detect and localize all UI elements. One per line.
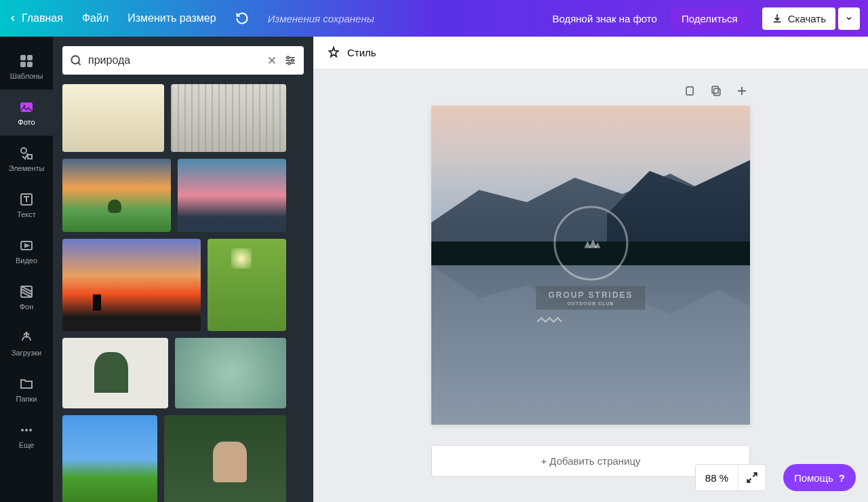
file-menu[interactable]: Файл [82,12,108,24]
video-icon [18,237,35,254]
home-label: Главная [22,12,63,24]
svg-point-23 [288,62,290,64]
svg-marker-9 [25,244,28,247]
watermark-title: GROUP STRIDES [548,290,633,300]
sidebar-item-more[interactable]: Еще [0,412,53,459]
search-icon [69,54,83,67]
photo-thumb[interactable] [208,239,286,331]
top-bar: Главная Файл Изменить размер Изменения с… [0,0,868,37]
svg-rect-26 [712,86,718,93]
svg-rect-25 [714,89,720,96]
sidebar-label: Шаблоны [10,72,43,80]
page-tools [431,83,750,99]
svg-point-12 [25,429,28,431]
svg-line-15 [78,62,80,64]
style-label[interactable]: Стиль [347,47,376,58]
svg-point-6 [21,148,26,153]
svg-rect-3 [27,62,33,67]
save-status: Изменения сохранены [268,13,374,24]
elements-icon [18,145,35,161]
svg-point-22 [292,59,294,61]
download-caret[interactable] [838,7,860,30]
folder-icon [18,376,35,392]
photo-results [53,84,313,502]
svg-point-21 [287,56,289,58]
sidebar-item-uploads[interactable]: Загрузки [0,320,53,366]
sidebar-label: Папки [16,395,37,403]
photo-thumb[interactable] [62,159,171,232]
download-icon [772,13,783,24]
help-label: Помощь [794,472,833,484]
svg-rect-2 [20,62,26,67]
templates-icon [18,53,35,69]
watermark-link[interactable]: Водяной знак на фото [552,13,657,24]
sidebar-item-text[interactable]: Текст [0,182,53,228]
sidebar-label: Еще [19,441,34,449]
photo-thumb[interactable] [62,84,164,152]
sidebar: Шаблоны Фото Элементы Текст Видео Фон За… [0,37,53,502]
photo-thumb[interactable] [62,415,157,502]
photo-thumb[interactable] [175,338,286,408]
zoom-value[interactable]: 88 % [696,465,738,490]
canvas-area: Стиль GROUP STRIDES [313,37,868,502]
svg-point-11 [21,429,24,431]
add-page-icon[interactable] [734,83,750,99]
sidebar-label: Видео [16,256,37,265]
home-link[interactable]: Главная [8,12,63,24]
download-button[interactable]: Скачать [762,7,835,30]
chevron-left-icon [8,14,18,23]
photo-thumb[interactable] [164,415,286,502]
photo-thumb[interactable] [62,338,168,408]
photo-thumb[interactable] [62,239,201,331]
download-label: Скачать [788,13,826,24]
upload-icon [18,330,35,346]
copy-page-icon[interactable] [708,83,724,99]
more-icon [18,422,35,438]
filter-icon[interactable] [283,54,297,67]
fullscreen-icon[interactable] [738,465,766,490]
sidebar-label: Фото [18,118,35,126]
clear-search-icon[interactable] [266,54,278,66]
sidebar-label: Текст [17,210,36,218]
photo-icon [18,99,35,115]
search-box [62,46,304,75]
sidebar-label: Загрузки [12,349,41,357]
svg-rect-0 [20,55,26,60]
duplicate-page-icon[interactable] [682,83,698,99]
resize-menu[interactable]: Изменить размер [127,12,216,24]
search-input[interactable] [88,54,260,66]
svg-point-14 [71,56,79,64]
svg-rect-1 [27,55,33,60]
undo-button[interactable] [235,12,249,25]
sidebar-label: Элементы [9,164,45,172]
photo-thumb[interactable] [178,159,286,232]
share-button[interactable]: Поделиться [671,7,749,30]
sidebar-item-templates[interactable]: Шаблоны [0,43,53,90]
sidebar-label: Фон [20,303,34,311]
zoom-control: 88 % [695,464,766,491]
sidebar-item-background[interactable]: Фон [0,274,53,320]
help-button[interactable]: Помощь ? [783,464,856,491]
svg-point-13 [29,429,32,431]
style-toolbar: Стиль [313,37,868,69]
sidebar-item-elements[interactable]: Элементы [0,136,53,182]
watermark: GROUP STRIDES OUTDOOR CLUB [536,206,645,325]
sidebar-item-video[interactable]: Видео [0,228,53,274]
svg-rect-24 [686,87,693,95]
watermark-subtitle: OUTDOOR CLUB [548,301,633,306]
photo-panel [53,37,313,502]
photo-thumb[interactable] [171,84,286,152]
sidebar-item-photo[interactable]: Фото [0,90,53,136]
design-page[interactable]: GROUP STRIDES OUTDOOR CLUB [431,106,750,425]
help-q: ? [839,472,845,484]
text-icon [18,191,35,208]
background-icon [18,284,35,300]
style-icon[interactable] [327,46,340,60]
sidebar-item-folders[interactable]: Папки [0,366,53,412]
